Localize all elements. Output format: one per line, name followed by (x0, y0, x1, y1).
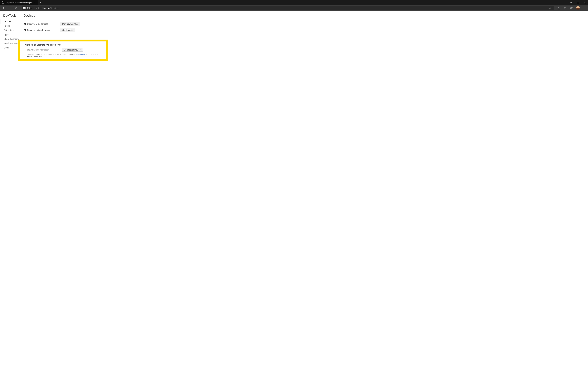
address-separator: | (34, 7, 35, 9)
title-bar: Inspect with Chrome Developer × + (0, 0, 588, 5)
sidebar-item-label: Service workers (4, 42, 19, 44)
sidebar-item-label: Shared workers (4, 38, 19, 40)
tab-title: Inspect with Chrome Developer (6, 1, 32, 4)
sidebar-item-label: Devices (4, 20, 11, 23)
more-menu-icon[interactable]: ··· (581, 7, 588, 9)
page-body: DevTools Devices Pages Extensions Apps S… (0, 11, 588, 374)
url-highlight: inspect (43, 7, 50, 9)
remote-connect-callout: Connect to a remote Windows device Conne… (18, 40, 108, 61)
window-controls (568, 0, 588, 5)
sidebar-item-label: Other (4, 47, 9, 49)
new-tab-button[interactable]: + (38, 0, 43, 5)
discover-usb-row: Discover USB devices Port forwarding... (24, 21, 585, 27)
close-tab-icon[interactable]: × (34, 1, 36, 4)
connect-to-device-button[interactable]: Connect to Device (62, 48, 83, 52)
address-bar[interactable]: Edge | edge://inspect/#devices (21, 6, 554, 10)
address-url: edge://inspect/#devices (36, 7, 59, 9)
sidebar-item-label: Pages (4, 25, 10, 27)
close-window-button[interactable] (581, 0, 588, 5)
discover-usb-checkbox[interactable] (24, 23, 26, 25)
svg-marker-5 (557, 7, 559, 9)
learn-more-link[interactable]: Learn more (76, 53, 86, 55)
discover-network-row: Discover network targets Configure... (24, 27, 585, 33)
callout-title: Connect to a remote Windows device (25, 43, 103, 46)
page-icon (2, 1, 4, 3)
checkbox-label-text: Discover USB devices (27, 23, 48, 25)
sidebar-item-extensions[interactable]: Extensions (0, 28, 23, 32)
back-button[interactable] (0, 5, 6, 11)
discover-network-checkbox[interactable] (24, 29, 26, 31)
maximize-button[interactable] (575, 0, 581, 5)
port-forwarding-button[interactable]: Port forwarding... (60, 22, 80, 26)
svg-marker-4 (549, 7, 551, 9)
edge-logo-icon (23, 7, 26, 9)
discover-network-checkbox-label[interactable]: Discover network targets (24, 29, 60, 31)
browser-toolbar: Edge | edge://inspect/#devices ··· (0, 5, 588, 11)
svg-rect-1 (577, 2, 579, 3)
avatar-image (576, 6, 580, 10)
sidebar-item-label: Extensions (4, 29, 14, 31)
discover-usb-checkbox-label[interactable]: Discover USB devices (24, 23, 60, 25)
forward-button[interactable] (7, 5, 13, 11)
sidebar-item-apps[interactable]: Apps (0, 32, 23, 37)
toolbar-right: ··· (555, 5, 588, 11)
favorite-star-icon[interactable] (548, 7, 552, 9)
sidebar-item-pages[interactable]: Pages (0, 24, 23, 28)
checkbox-label-text: Discover network targets (27, 29, 51, 31)
hint-text-before: Windows Device Portal must be enabled in… (27, 53, 76, 55)
active-tab[interactable]: Inspect with Chrome Developer × (0, 0, 38, 5)
edge-label: Edge (27, 7, 32, 9)
profile-icon[interactable] (568, 5, 575, 11)
sidebar-header: DevTools (0, 14, 23, 19)
callout-hint: Windows Device Portal must be enabled in… (27, 53, 103, 57)
reload-button[interactable] (13, 5, 19, 11)
page-title: Devices (24, 14, 585, 18)
main-content: Devices Discover USB devices Port forwar… (23, 11, 588, 374)
sidebar-item-label: Apps (4, 33, 9, 36)
sidebar-item-devices[interactable]: Devices (0, 19, 23, 24)
user-avatar[interactable] (575, 6, 581, 10)
url-prefix: edge:// (36, 7, 43, 9)
callout-input-row: Connect to Device (25, 48, 103, 52)
minimize-button[interactable] (568, 0, 575, 5)
svg-point-10 (570, 7, 571, 8)
collections-icon[interactable] (562, 5, 568, 11)
favorites-hub-icon[interactable] (555, 5, 562, 11)
devtools-sidebar: DevTools Devices Pages Extensions Apps S… (0, 11, 23, 374)
configure-button[interactable]: Configure... (60, 28, 75, 32)
remote-address-input[interactable] (25, 48, 53, 52)
url-suffix: /#devices (50, 7, 59, 9)
